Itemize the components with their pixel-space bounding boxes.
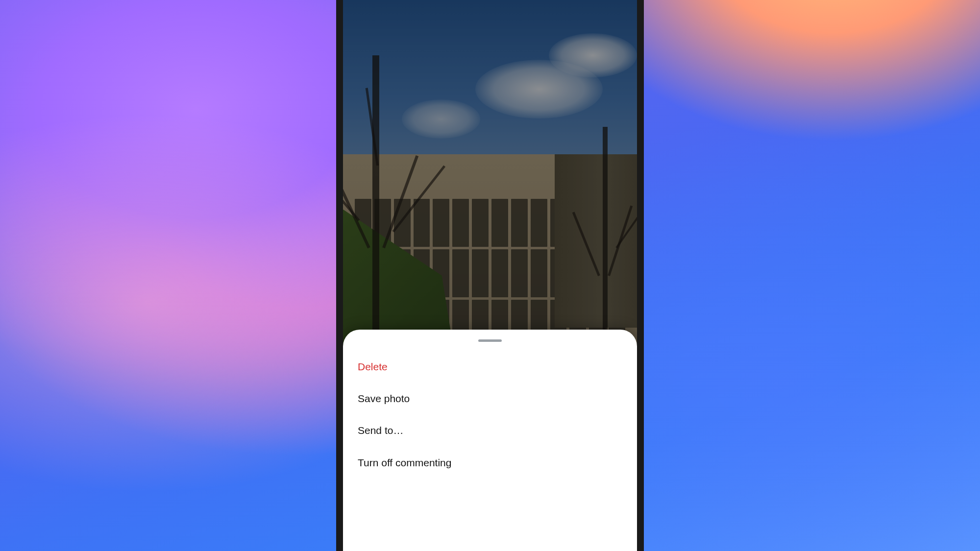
- menu-item-send-to[interactable]: Send to…: [343, 414, 637, 446]
- menu-item-delete[interactable]: Delete: [343, 351, 637, 383]
- phone-screen: Delete Save photo Send to… Turn off comm…: [343, 0, 637, 551]
- menu-item-turn-off-commenting[interactable]: Turn off commenting: [343, 447, 637, 479]
- bottom-sheet: Delete Save photo Send to… Turn off comm…: [343, 330, 637, 551]
- menu-item-save-photo[interactable]: Save photo: [343, 383, 637, 414]
- sheet-drag-handle[interactable]: [478, 339, 502, 342]
- phone-frame: Delete Save photo Send to… Turn off comm…: [336, 0, 644, 551]
